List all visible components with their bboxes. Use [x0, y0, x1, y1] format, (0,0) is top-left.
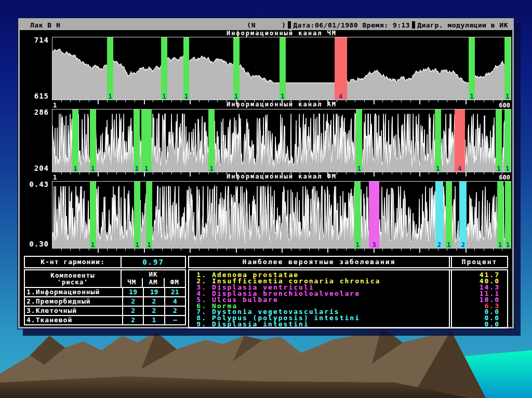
col-header-chm: ЧМ — [122, 278, 142, 287]
risk-row-label: 1.Информационный — [25, 288, 123, 296]
risk-row-value: 19 — [123, 288, 143, 296]
risk-table-header: Компоненты 'риска' ИК ЧМ АМ ФМ — [25, 270, 185, 287]
signal-canvas-am — [52, 109, 511, 172]
axis-tick — [456, 172, 457, 174]
axis-tick — [438, 249, 438, 251]
title-separator-block — [412, 21, 415, 29]
marker-bar: 1 — [107, 37, 113, 100]
results-section: К-нт гармонии: 0.97 Компоненты 'риска' И… — [24, 256, 508, 325]
axis-tick-major — [144, 172, 145, 176]
marker-label: 1 — [104, 93, 116, 100]
axis-tick-major — [98, 172, 99, 176]
marker-label: 1 — [501, 166, 514, 172]
axis-tick — [217, 100, 218, 102]
axis-tick — [263, 100, 264, 102]
marker-label: 1 — [143, 242, 155, 248]
axis-tick-major — [144, 249, 145, 253]
disease-percent-column: 41.740.014.311.110.06.30.00.00.0 — [452, 270, 507, 327]
patient-name: Лак В Н — [30, 21, 60, 29]
axis-tick — [125, 172, 126, 174]
axis-tick — [309, 100, 310, 102]
axis-tick — [502, 249, 502, 251]
axis-tick — [300, 100, 300, 102]
axis-tick — [355, 249, 355, 251]
axis-tick-major — [282, 172, 283, 176]
axis-tick — [484, 172, 484, 174]
axis-tick — [474, 249, 475, 251]
axis-tick-major — [190, 249, 191, 253]
marker-bar: 1 — [134, 109, 140, 172]
marker-bar: 2 — [435, 182, 443, 248]
axis-tick — [272, 100, 273, 102]
axis-tick-major — [374, 100, 375, 104]
marker-bar: 4 — [455, 109, 465, 172]
axis-tick — [291, 100, 291, 102]
axis-tick — [107, 100, 108, 102]
axis-tick — [79, 172, 80, 174]
axis-tick — [263, 172, 264, 174]
tick-row — [52, 100, 511, 105]
axis-tick — [493, 100, 494, 102]
date-time-label: Дата:06/01/1980 Время: 9:13 — [293, 21, 410, 29]
risk-row-value: 2 — [143, 307, 164, 315]
axis-tick-major — [466, 100, 467, 104]
axis-tick — [447, 100, 447, 102]
marker-label: 1 — [276, 93, 289, 100]
axis-tick-major — [466, 249, 467, 253]
chart-plot-chm: 11111411 — [52, 37, 511, 100]
percent-header: Процент — [452, 257, 507, 267]
harmony-value: 0.97 — [122, 257, 185, 267]
axis-tick — [245, 100, 245, 102]
risk-row-value: 2 — [143, 297, 164, 306]
marker-bar: 1 — [72, 109, 78, 172]
axis-tick-major — [236, 100, 237, 104]
risk-row-value: 2 — [123, 297, 143, 306]
marker-label: 1 — [180, 93, 193, 100]
axis-tick-major — [98, 249, 99, 253]
marker-label: 1 — [466, 93, 478, 100]
axis-tick-major — [419, 172, 420, 176]
axis-tick — [401, 100, 402, 102]
marker-bar: 1 — [435, 109, 441, 172]
marker-label: 4 — [451, 166, 468, 172]
axis-tick-major — [190, 172, 191, 176]
risk-row-value: 2 — [123, 316, 143, 324]
axis-tick — [116, 100, 117, 102]
marker-label: 1 — [69, 166, 82, 172]
axis-tick — [61, 172, 62, 174]
axis-tick — [438, 172, 438, 174]
background-landscape — [0, 324, 532, 398]
x-axis-end-chart1: 600 — [499, 102, 510, 109]
axis-tick — [447, 172, 447, 174]
axis-tick — [493, 249, 494, 251]
axis-tick — [254, 100, 255, 102]
axis-tick-major — [236, 249, 237, 253]
axis-tick — [438, 100, 438, 102]
axis-tick — [181, 249, 181, 251]
axis-tick — [429, 172, 429, 174]
marker-bar: 1 — [497, 182, 503, 248]
marker-label: 1 — [87, 242, 99, 248]
marker-bar: 1 — [504, 109, 511, 172]
ik-group-header: ИК — [122, 270, 185, 278]
axis-tick — [337, 172, 337, 174]
marker-bar: 1 — [233, 37, 240, 100]
marker-bar: 2 — [459, 182, 467, 248]
axis-tick — [171, 100, 172, 102]
axis-tick — [89, 249, 89, 251]
axis-tick — [456, 100, 457, 102]
harmony-label: К-нт гармонии: — [25, 257, 122, 267]
axis-tick — [79, 249, 80, 251]
risk-row: 4.Тканевой21– — [25, 315, 185, 324]
marker-label: 1 — [353, 166, 365, 172]
axis-tick — [474, 100, 475, 102]
col-header-am: АМ — [142, 278, 163, 287]
marker-bar: 1 — [446, 182, 452, 248]
axis-tick — [162, 249, 163, 251]
axis-tick-major — [419, 100, 420, 104]
marker-label: 1 — [131, 242, 143, 248]
x-axis-strip-3 — [52, 249, 511, 255]
disease-panel: Наиболее вероятные заболевания Процент 1… — [188, 256, 508, 325]
axis-tick — [227, 100, 227, 102]
disease-row: 9.Displasia intestini — [189, 321, 449, 327]
